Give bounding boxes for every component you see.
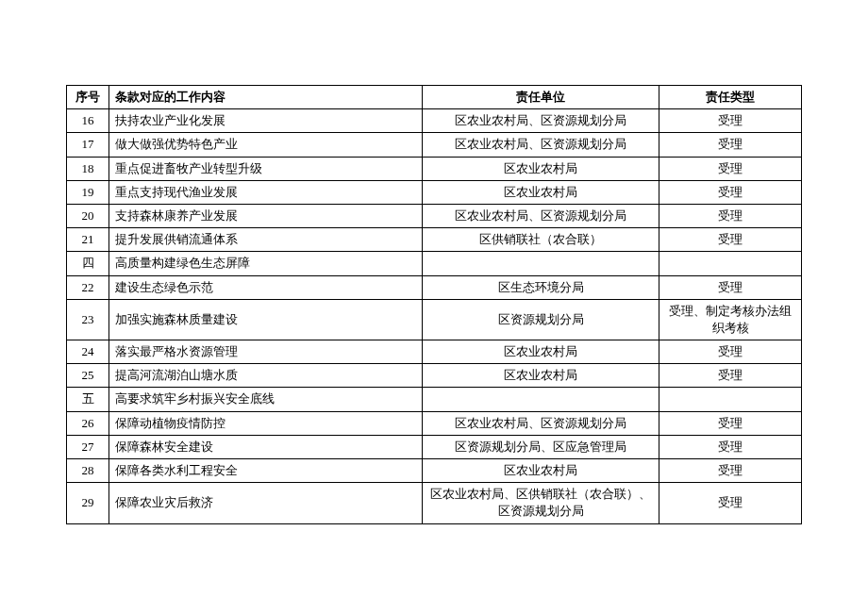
- cell-type: 受理: [659, 275, 802, 299]
- cell-content: 重点支持现代渔业发展: [109, 180, 423, 204]
- cell-unit: 区农业农村局、区资源规划分局: [422, 411, 659, 435]
- cell-type: 受理: [659, 340, 802, 364]
- cell-seq: 17: [67, 133, 109, 157]
- table-row: 26保障动植物疫情防控区农业农村局、区资源规划分局受理: [67, 411, 802, 435]
- cell-content: 保障动植物疫情防控: [109, 411, 423, 435]
- cell-unit: 区农业农村局、区资源规划分局: [422, 133, 659, 157]
- cell-seq: 16: [67, 109, 109, 133]
- cell-unit: 区农业农村局: [422, 364, 659, 388]
- cell-type: 受理: [659, 180, 802, 204]
- cell-seq: 19: [67, 180, 109, 204]
- cell-unit: 区农业农村局: [422, 180, 659, 204]
- table-row: 18重点促进畜牧产业转型升级区农业农村局受理: [67, 157, 802, 180]
- cell-seq: 27: [67, 435, 109, 458]
- cell-content: 保障农业灾后救济: [109, 483, 423, 523]
- table-row: 23加强实施森林质量建设区资源规划分局受理、制定考核办法组织考核: [67, 299, 802, 340]
- cell-unit: [422, 252, 659, 275]
- cell-type: 受理: [659, 411, 802, 435]
- cell-type: 受理: [659, 228, 802, 252]
- table-section-row: 五高要求筑牢乡村振兴安全底线: [67, 388, 802, 411]
- table-row: 29保障农业灾后救济区农业农村局、区供销联社（农合联）、区资源规划分局受理: [67, 483, 802, 523]
- table-row: 16扶持农业产业化发展区农业农村局、区资源规划分局受理: [67, 109, 802, 133]
- cell-unit: 区供销联社（农合联）: [422, 228, 659, 252]
- header-content: 条款对应的工作内容: [109, 86, 423, 109]
- cell-seq: 28: [67, 459, 109, 483]
- cell-content: 做大做强优势特色产业: [109, 133, 423, 157]
- cell-content: 扶持农业产业化发展: [109, 109, 423, 133]
- cell-content: 提高河流湖泊山塘水质: [109, 364, 423, 388]
- table-row: 17做大做强优势特色产业区农业农村局、区资源规划分局受理: [67, 133, 802, 157]
- cell-unit: 区生态环境分局: [422, 275, 659, 299]
- table-body: 16扶持农业产业化发展区农业农村局、区资源规划分局受理17做大做强优势特色产业区…: [67, 109, 802, 523]
- cell-seq: 四: [67, 252, 109, 275]
- cell-content: 落实最严格水资源管理: [109, 340, 423, 364]
- cell-seq: 21: [67, 228, 109, 252]
- cell-content: 建设生态绿色示范: [109, 275, 423, 299]
- cell-unit: 区资源规划分局: [422, 299, 659, 340]
- cell-unit: 区农业农村局、区资源规划分局: [422, 204, 659, 227]
- cell-type: 受理: [659, 204, 802, 227]
- table-row: 21提升发展供销流通体系区供销联社（农合联）受理: [67, 228, 802, 252]
- cell-seq: 18: [67, 157, 109, 180]
- cell-unit: [422, 388, 659, 411]
- cell-seq: 24: [67, 340, 109, 364]
- table-row: 19重点支持现代渔业发展区农业农村局受理: [67, 180, 802, 204]
- cell-seq: 23: [67, 299, 109, 340]
- header-type: 责任类型: [659, 86, 802, 109]
- table-header-row: 序号 条款对应的工作内容 责任单位 责任类型: [67, 86, 802, 109]
- cell-unit: 区农业农村局: [422, 157, 659, 180]
- cell-unit: 区农业农村局: [422, 459, 659, 483]
- header-unit: 责任单位: [422, 86, 659, 109]
- table-row: 24落实最严格水资源管理区农业农村局受理: [67, 340, 802, 364]
- cell-seq: 25: [67, 364, 109, 388]
- cell-type: [659, 252, 802, 275]
- cell-seq: 22: [67, 275, 109, 299]
- cell-type: 受理: [659, 109, 802, 133]
- cell-seq: 26: [67, 411, 109, 435]
- cell-content: 高质量构建绿色生态屏障: [109, 252, 423, 275]
- cell-content: 提升发展供销流通体系: [109, 228, 423, 252]
- cell-type: [659, 388, 802, 411]
- cell-unit: 区农业农村局、区供销联社（农合联）、区资源规划分局: [422, 483, 659, 523]
- table-row: 22建设生态绿色示范区生态环境分局受理: [67, 275, 802, 299]
- cell-type: 受理: [659, 435, 802, 458]
- table-row: 20支持森林康养产业发展区农业农村局、区资源规划分局受理: [67, 204, 802, 227]
- cell-seq: 29: [67, 483, 109, 523]
- cell-unit: 区农业农村局、区资源规划分局: [422, 109, 659, 133]
- cell-content: 高要求筑牢乡村振兴安全底线: [109, 388, 423, 411]
- cell-type: 受理: [659, 483, 802, 523]
- table-section-row: 四高质量构建绿色生态屏障: [67, 252, 802, 275]
- cell-unit: 区农业农村局: [422, 340, 659, 364]
- cell-content: 保障各类水利工程安全: [109, 459, 423, 483]
- cell-seq: 五: [67, 388, 109, 411]
- cell-content: 保障森林安全建设: [109, 435, 423, 458]
- cell-type: 受理、制定考核办法组织考核: [659, 299, 802, 340]
- cell-content: 加强实施森林质量建设: [109, 299, 423, 340]
- responsibility-table: 序号 条款对应的工作内容 责任单位 责任类型 16扶持农业产业化发展区农业农村局…: [66, 85, 802, 524]
- cell-content: 支持森林康养产业发展: [109, 204, 423, 227]
- table-row: 27保障森林安全建设区资源规划分局、区应急管理局受理: [67, 435, 802, 458]
- table-row: 25提高河流湖泊山塘水质区农业农村局受理: [67, 364, 802, 388]
- table-row: 28保障各类水利工程安全区农业农村局受理: [67, 459, 802, 483]
- cell-type: 受理: [659, 133, 802, 157]
- cell-seq: 20: [67, 204, 109, 227]
- cell-content: 重点促进畜牧产业转型升级: [109, 157, 423, 180]
- header-seq: 序号: [67, 86, 109, 109]
- cell-type: 受理: [659, 364, 802, 388]
- cell-type: 受理: [659, 157, 802, 180]
- cell-type: 受理: [659, 459, 802, 483]
- cell-unit: 区资源规划分局、区应急管理局: [422, 435, 659, 458]
